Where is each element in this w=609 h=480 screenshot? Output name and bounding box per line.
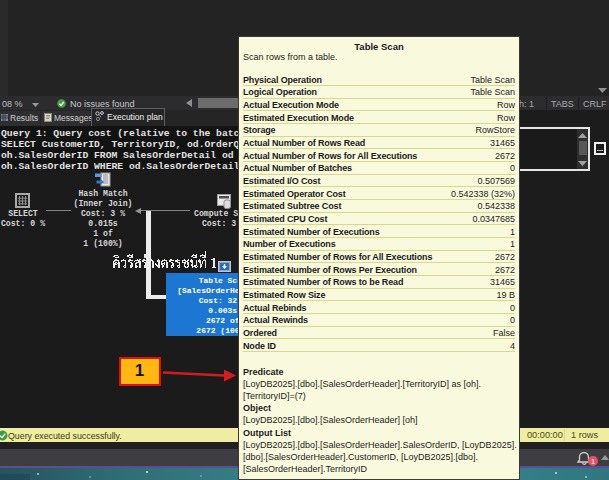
svg-text:1: 1 [591,456,595,465]
